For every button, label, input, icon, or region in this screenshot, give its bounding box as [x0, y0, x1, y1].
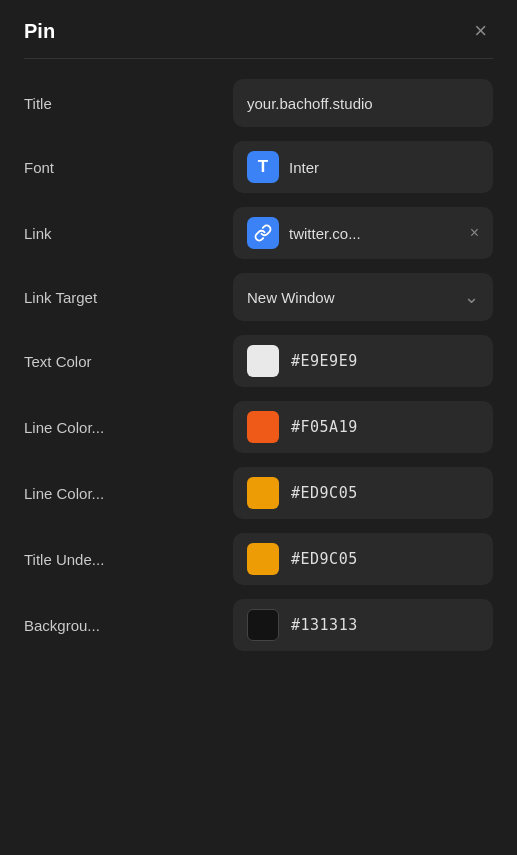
font-label: Font [24, 159, 144, 176]
title-under-label: Title Unde... [24, 551, 144, 568]
fields-container: Title your.bachoff.studio Font T Inter L… [0, 59, 517, 671]
background-control[interactable]: #131313 [233, 599, 493, 651]
close-button[interactable]: × [468, 18, 493, 44]
title-label: Title [24, 95, 144, 112]
line-color2-swatch [247, 477, 279, 509]
line-color1-control[interactable]: #F05A19 [233, 401, 493, 453]
line-color2-label: Line Color... [24, 485, 144, 502]
line-color2-hex: #ED9C05 [291, 484, 358, 502]
line-color1-swatch [247, 411, 279, 443]
text-color-control[interactable]: #E9E9E9 [233, 335, 493, 387]
background-hex: #131313 [291, 616, 358, 634]
text-color-row: Text Color #E9E9E9 [24, 335, 493, 387]
link-label: Link [24, 225, 144, 242]
title-control[interactable]: your.bachoff.studio [233, 79, 493, 127]
panel-title: Pin [24, 20, 55, 43]
link-clear-button[interactable]: × [470, 224, 479, 242]
link-target-value: New Window [247, 289, 464, 306]
chevron-down-icon: ⌄ [464, 286, 479, 308]
link-value: twitter.co... [289, 225, 464, 242]
text-color-hex: #E9E9E9 [291, 352, 358, 370]
link-target-row: Link Target New Window ⌄ [24, 273, 493, 321]
link-control[interactable]: twitter.co... × [233, 207, 493, 259]
font-icon: T [247, 151, 279, 183]
title-under-swatch [247, 543, 279, 575]
title-value: your.bachoff.studio [247, 95, 479, 112]
pin-panel: Pin × Title your.bachoff.studio Font T I… [0, 0, 517, 855]
title-row: Title your.bachoff.studio [24, 79, 493, 127]
background-label: Backgrou... [24, 617, 144, 634]
background-row: Backgrou... #131313 [24, 599, 493, 651]
link-target-label: Link Target [24, 289, 144, 306]
link-row: Link twitter.co... × [24, 207, 493, 259]
link-icon [247, 217, 279, 249]
text-color-label: Text Color [24, 353, 144, 370]
text-color-swatch [247, 345, 279, 377]
font-row: Font T Inter [24, 141, 493, 193]
line-color2-control[interactable]: #ED9C05 [233, 467, 493, 519]
title-under-control[interactable]: #ED9C05 [233, 533, 493, 585]
line-color1-label: Line Color... [24, 419, 144, 436]
title-under-hex: #ED9C05 [291, 550, 358, 568]
line-color1-hex: #F05A19 [291, 418, 358, 436]
link-target-control[interactable]: New Window ⌄ [233, 273, 493, 321]
font-value: Inter [289, 159, 479, 176]
title-under-row: Title Unde... #ED9C05 [24, 533, 493, 585]
background-swatch [247, 609, 279, 641]
line-color1-row: Line Color... #F05A19 [24, 401, 493, 453]
line-color2-row: Line Color... #ED9C05 [24, 467, 493, 519]
panel-header: Pin × [0, 0, 517, 58]
font-control[interactable]: T Inter [233, 141, 493, 193]
